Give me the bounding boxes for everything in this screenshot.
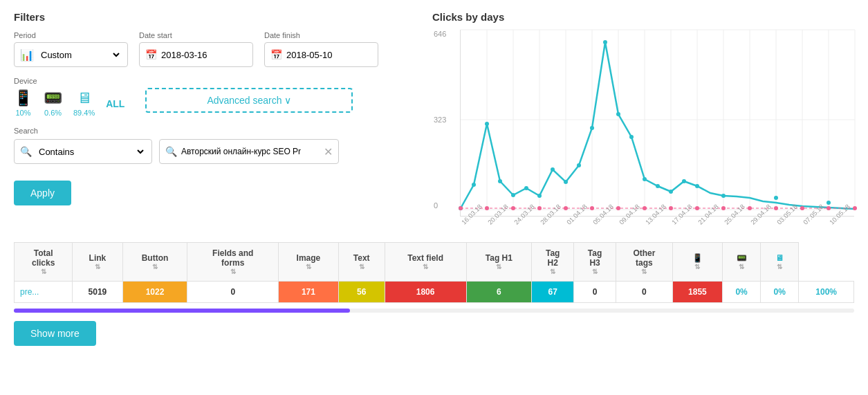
mobile-pct: 10% — [15, 109, 30, 117]
row-button: 0 — [187, 282, 279, 303]
date-finish-label: Date finish — [264, 31, 378, 39]
svg-point-31 — [616, 112, 620, 116]
svg-point-56 — [853, 206, 857, 210]
tablet-icon: 📟 — [44, 89, 62, 107]
col-header-tag-h1[interactable]: Tag H1⇅ — [466, 243, 532, 282]
device-label: Device — [14, 77, 124, 85]
date-finish-wrapper[interactable]: 📅 — [264, 42, 378, 67]
apply-button[interactable]: Apply — [14, 181, 71, 205]
calendar-start-icon: 📅 — [145, 49, 157, 60]
search-icon: 🔍 — [20, 146, 32, 157]
col-header-image[interactable]: Image⇅ — [279, 243, 339, 282]
svg-point-47 — [616, 206, 620, 210]
bar-chart-icon: 📊 — [20, 48, 34, 62]
col-header-desktop[interactable]: 🖥⇅ — [761, 243, 799, 282]
svg-point-30 — [603, 40, 607, 44]
svg-point-24 — [524, 186, 528, 190]
search-contains-wrapper[interactable]: 🔍 Contains — [14, 139, 152, 164]
svg-point-32 — [629, 135, 634, 139]
scrollbar-thumb — [14, 309, 350, 313]
desktop-pct: 89.4% — [73, 109, 95, 117]
date-start-label: Date start — [139, 31, 253, 39]
search-query-wrapper[interactable]: 🔍 ✕ — [159, 139, 339, 164]
col-header-mobile[interactable]: 📱⇅ — [672, 243, 722, 282]
svg-point-26 — [551, 167, 555, 172]
search-query-input[interactable] — [181, 147, 320, 156]
row-tablet-pct: 0% — [761, 282, 799, 303]
y-label-max: 646 — [434, 30, 446, 38]
period-select-wrapper[interactable]: 📊 Custom — [14, 42, 128, 67]
svg-point-55 — [827, 206, 831, 210]
tablet-pct: 0.6% — [44, 109, 62, 117]
svg-point-23 — [511, 193, 515, 197]
desktop-icon: 🖥 — [77, 89, 92, 107]
search-type-select[interactable]: Contains — [36, 146, 146, 158]
col-header-total-clicks[interactable]: Totalclicks⇅ — [15, 243, 73, 282]
calendar-finish-icon: 📅 — [270, 49, 282, 60]
svg-point-44 — [537, 206, 542, 210]
show-more-button[interactable]: Show more — [14, 321, 96, 346]
row-total-clicks: 5019 — [73, 282, 122, 303]
svg-point-41 — [459, 206, 463, 210]
svg-point-37 — [695, 184, 699, 188]
date-start-input[interactable] — [161, 50, 277, 60]
svg-point-50 — [695, 206, 699, 210]
svg-point-25 — [537, 194, 542, 198]
clicks-chart — [460, 30, 854, 217]
clear-search-icon[interactable]: ✕ — [324, 145, 333, 158]
svg-point-39 — [774, 196, 778, 200]
svg-point-38 — [721, 194, 726, 198]
svg-point-48 — [643, 206, 647, 210]
all-devices-label: ALL — [106, 98, 124, 109]
svg-point-21 — [485, 122, 489, 126]
svg-point-42 — [485, 206, 489, 210]
svg-point-35 — [669, 190, 673, 194]
device-all[interactable]: ALL — [106, 97, 124, 109]
row-link[interactable]: pre... — [15, 282, 73, 303]
row-text-field: 6 — [466, 282, 532, 303]
row-tag-h1: 67 — [532, 282, 574, 303]
col-header-tag-h2[interactable]: TagH2⇅ — [532, 243, 574, 282]
svg-point-34 — [656, 184, 660, 188]
device-mobile[interactable]: 📱 10% — [14, 89, 33, 117]
row-other-tags: 1855 — [672, 282, 722, 303]
table-scrollbar[interactable] — [14, 309, 854, 313]
row-link-val: 1022 — [122, 282, 187, 303]
date-finish-input[interactable] — [286, 50, 403, 60]
table-row: pre... 5019 1022 0 171 56 1806 6 67 0 0 … — [15, 282, 854, 303]
col-header-text-field[interactable]: Text field⇅ — [385, 243, 466, 282]
svg-point-53 — [774, 206, 778, 210]
row-fields-forms: 171 — [279, 282, 339, 303]
svg-point-49 — [669, 206, 673, 210]
col-header-fields-forms[interactable]: Fields andforms⇅ — [187, 243, 279, 282]
row-text: 1806 — [385, 282, 466, 303]
svg-point-29 — [590, 126, 594, 130]
col-header-other-tags[interactable]: Othertags⇅ — [616, 243, 672, 282]
row-image: 56 — [338, 282, 385, 303]
period-label: Period — [14, 31, 128, 39]
row-mobile-pct: 0% — [723, 282, 761, 303]
svg-point-40 — [827, 201, 831, 205]
svg-point-54 — [800, 206, 804, 210]
svg-point-52 — [748, 206, 752, 210]
svg-point-20 — [472, 183, 476, 187]
col-header-text[interactable]: Text⇅ — [338, 243, 385, 282]
svg-point-51 — [721, 206, 726, 210]
col-header-button[interactable]: Button⇅ — [122, 243, 187, 282]
y-label-mid: 323 — [434, 116, 446, 124]
col-header-tablet[interactable]: 📟⇅ — [723, 243, 761, 282]
svg-point-36 — [682, 179, 686, 183]
col-header-tag-h3[interactable]: TagH3⇅ — [574, 243, 616, 282]
svg-point-46 — [590, 206, 594, 210]
svg-point-45 — [564, 206, 568, 210]
date-start-wrapper[interactable]: 📅 — [139, 42, 253, 67]
period-select[interactable]: Custom — [38, 49, 122, 61]
col-header-link[interactable]: Link⇅ — [73, 243, 122, 282]
device-desktop[interactable]: 🖥 89.4% — [73, 89, 95, 117]
row-desktop-pct: 100% — [799, 282, 854, 303]
svg-point-43 — [511, 206, 515, 210]
device-tablet[interactable]: 📟 0.6% — [44, 89, 62, 117]
chart-title: Clicks by days — [432, 11, 854, 23]
advanced-search-button[interactable]: Advanced search ∨ — [145, 88, 353, 113]
svg-point-33 — [643, 177, 647, 181]
